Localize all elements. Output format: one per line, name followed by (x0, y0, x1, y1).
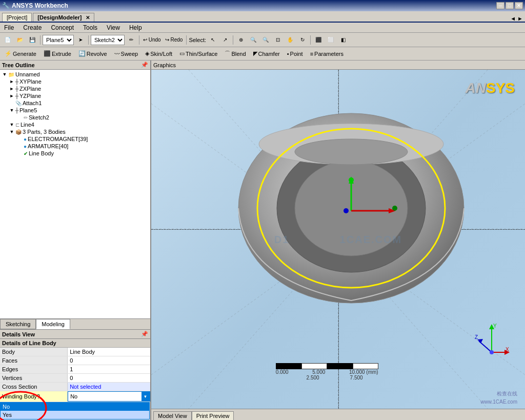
point-button[interactable]: • Point (285, 49, 306, 59)
zoom-out[interactable]: 🔍 (260, 34, 271, 46)
label-linebody: Line Body (29, 150, 54, 156)
viewport-tabs: Model View Print Preview (151, 409, 525, 420)
tree-item-unnamed[interactable]: ▼ 📁 Unnamed (1, 71, 149, 78)
menu-help[interactable]: Help (127, 24, 144, 31)
tree-item-electromagnet[interactable]: ● ELECTROMAGNET[39] (1, 135, 149, 143)
tab-designmodeler-close[interactable]: ✕ (86, 15, 90, 21)
ansys-text-an: AN (466, 80, 486, 96)
tab-sketching[interactable]: Sketching (0, 319, 36, 329)
details-view-panel: Details View 📌 Details of Line Body Body… (0, 329, 150, 420)
menu-concept[interactable]: Concept (49, 24, 76, 31)
parameters-label: Parameters (314, 51, 344, 57)
generate-button[interactable]: ⚡ Generate (2, 49, 39, 59)
view-btn2[interactable]: ⬜ (325, 34, 336, 46)
chamfer-label: Chamfer (258, 51, 280, 57)
winding-options-list: No Yes (0, 402, 150, 419)
menu-tools[interactable]: Tools (81, 24, 99, 31)
tab-print-preview[interactable]: Print Preview (192, 411, 234, 420)
plane-btn[interactable]: ➤ (75, 34, 86, 46)
details-pin[interactable]: 📌 (141, 331, 148, 337)
tab-sketching-label: Sketching (6, 321, 30, 327)
redo-button[interactable]: ↪ Redo (164, 34, 185, 46)
rotate-btn[interactable]: ↻ (297, 34, 308, 46)
tree-item-3parts[interactable]: ▼ 📦 3 Parts, 3 Bodies (1, 128, 149, 135)
tab-model-view[interactable]: Model View (153, 411, 192, 420)
blend-button[interactable]: ⌒ Blend (222, 49, 248, 59)
save-button[interactable]: 💾 (27, 34, 38, 46)
tree-outline-pin[interactable]: 📌 (141, 62, 148, 68)
scale-seg2 (301, 363, 327, 369)
revolve-button[interactable]: 🔄 Revolve (76, 49, 110, 59)
tree-item-linebody[interactable]: ✔ Line Body (1, 150, 149, 157)
icon-zxplane: ╋ (15, 86, 18, 92)
zoom-fit[interactable]: ⊕ (235, 34, 247, 46)
tree-content[interactable]: ▼ 📁 Unnamed ► ╋ XYPlane ► ╋ ZXPlane ► ╋ (0, 70, 150, 318)
cae-logo-text: www.1CAE.com (480, 399, 517, 405)
pan-btn[interactable]: ✋ (285, 34, 296, 46)
thin-surface-label: Thin/Surface (186, 51, 217, 57)
details-value-body: Line Body (68, 348, 150, 356)
plane-selector[interactable]: Plane5 (43, 35, 74, 45)
details-label-vertices: Vertices (0, 374, 68, 383)
scale-ruler (276, 363, 378, 369)
details-value-faces: 0 (68, 356, 150, 365)
view-btn1[interactable]: ⬛ (313, 34, 324, 46)
winding-dropdown-arrow[interactable]: ▼ (142, 392, 150, 401)
tree-item-yzplane[interactable]: ► ╋ YZPlane (1, 92, 149, 99)
tree-item-attach1[interactable]: 📎 Attach1 (1, 99, 149, 107)
tab-scroll-arrows[interactable]: ◄ ► (510, 15, 525, 22)
tab-modeling[interactable]: Modeling (36, 319, 70, 329)
icon-sketch2: ✏ (24, 115, 28, 121)
extrude-button[interactable]: ⬛ Extrude (41, 49, 74, 59)
zoom-box[interactable]: ⊡ (272, 34, 284, 46)
parameters-button[interactable]: ≡ Parameters (308, 49, 346, 59)
winding-option-yes[interactable]: Yes (1, 411, 149, 419)
tab-designmodeler[interactable]: [DesignModeler] ✕ (33, 13, 94, 22)
tree-item-plane5[interactable]: ▼ ╋ Plane5 (1, 107, 149, 114)
details-value-edges: 1 (68, 365, 150, 374)
scale-bar-inner: 0.000 5.000 10.000 (mm) 2.500 7.500 (276, 363, 378, 381)
tree-item-zxplane[interactable]: ► ╋ ZXPlane (1, 85, 149, 92)
minimize-button[interactable]: ─ (496, 2, 504, 9)
winding-dropdown[interactable]: No ▼ (68, 391, 150, 402)
menu-create[interactable]: Create (21, 24, 44, 31)
thin-surface-button[interactable]: ▭ Thin/Surface (177, 49, 220, 59)
svg-text:Z: Z (475, 334, 478, 340)
sweep-button[interactable]: 〰 Sweep (112, 49, 141, 59)
select-btn2[interactable]: ↗ (219, 34, 231, 46)
tree-item-armature[interactable]: ● ARMATURE[40] (1, 143, 149, 150)
chamfer-button[interactable]: ◤ Chamfer (251, 49, 282, 59)
scale-label-10: 10.000 (mm) (349, 369, 378, 375)
select-btn1[interactable]: ↖ (207, 34, 218, 46)
open-button[interactable]: 📂 (14, 34, 26, 46)
close-button[interactable]: ✕ (515, 2, 523, 9)
sketch-icon[interactable]: ✏ (126, 34, 137, 46)
skin-loft-button[interactable]: ◈ Skin/Loft (143, 49, 175, 59)
details-label-crosssection: Cross Section (0, 383, 68, 391)
restore-button[interactable]: □ (506, 2, 514, 9)
scale-seg1 (276, 363, 301, 369)
tree-item-line4[interactable]: ▼ ⊏ Line4 (1, 121, 149, 128)
tree-item-sketch2[interactable]: ✏ Sketch2 (1, 114, 149, 121)
undo-button[interactable]: ↩ Undo (142, 34, 163, 46)
winding-option-no[interactable]: No (1, 403, 149, 411)
zoom-in[interactable]: 🔍 (248, 34, 259, 46)
label-3parts: 3 Parts, 3 Bodies (23, 129, 66, 135)
sep6 (310, 35, 311, 45)
svg-text:Y: Y (493, 323, 497, 329)
icon-armature: ● (24, 144, 27, 149)
menu-view[interactable]: View (105, 24, 122, 31)
icon-line4: ⊏ (15, 122, 19, 128)
viewport-canvas[interactable]: ANSYS D1 1CAE.COM 0.000 5.000 (151, 70, 525, 409)
tab-modeling-label: Modeling (42, 321, 65, 327)
menu-bar: File Create Concept Tools View Help (0, 23, 525, 33)
toggle-xyplane: ► (9, 79, 14, 84)
tab-project[interactable]: [Project] (2, 13, 32, 22)
new-button[interactable]: 📄 (2, 34, 13, 46)
details-header: Details View 📌 (0, 330, 150, 339)
point-label: Point (290, 51, 303, 57)
menu-file[interactable]: File (2, 24, 16, 31)
sketch-selector[interactable]: Sketch2 (91, 35, 125, 45)
view-btn3[interactable]: ◧ (337, 34, 349, 46)
tree-item-xyplane[interactable]: ► ╋ XYPlane (1, 78, 149, 85)
